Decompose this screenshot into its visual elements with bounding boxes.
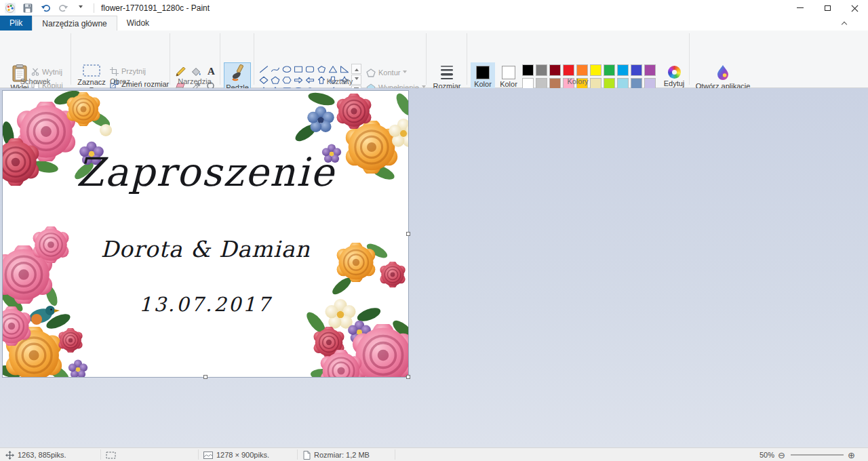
palette-swatch-0-2[interactable] [549,64,561,76]
file-size-indicator: Rozmiar: 1,2 MB [303,448,370,461]
fill-bucket-icon [191,66,201,77]
text-tool-button[interactable]: A [203,64,219,79]
canvas-resize-handle-bottom[interactable] [203,375,208,379]
paint3d-icon [716,64,730,81]
fill-tool-button[interactable] [188,64,203,79]
palette-swatch-0-1[interactable] [536,64,547,76]
canvas-size-indicator: 1278 × 900piks. [203,448,269,461]
triangle-up-icon [355,66,359,71]
minimize-button[interactable] [787,0,814,16]
undo-button[interactable] [39,2,52,14]
scissors-icon [31,68,39,76]
palette-swatch-0-4[interactable] [576,64,588,76]
tab-view-label: Widok [127,18,149,28]
tab-view[interactable]: Widok [117,16,159,31]
undo-icon [41,3,51,12]
maximize-icon [825,5,831,11]
shape-polygon-icon[interactable] [315,64,327,75]
close-button[interactable] [841,0,868,16]
tab-home[interactable]: Narzędzia główne [32,16,117,31]
outline-label: Kontur [378,68,400,77]
paint-app-icon [4,2,16,14]
cut-button[interactable]: Wytnij [31,66,62,78]
shape-rounded-rectangle-icon[interactable] [304,64,315,75]
pencil-icon [175,66,186,77]
palette-swatch-0-5[interactable] [590,64,601,76]
chevron-up-icon [842,21,847,26]
palette-swatch-0-7[interactable] [617,64,629,76]
tab-file[interactable]: Plik [0,16,32,31]
clipboard-group-label: Schowek [0,77,71,85]
zoom-slider-track[interactable] [791,454,844,456]
crop-label: Przytnij [121,67,146,75]
shape-line-icon[interactable] [258,64,269,75]
selection-icon [106,452,116,459]
tab-home-label: Narzędzia główne [42,19,106,28]
colors-group-label: Kolory [467,77,689,85]
collapse-ribbon-button[interactable] [841,20,848,26]
crop-button[interactable]: Przytnij [110,65,146,77]
palette-swatch-0-9[interactable] [644,64,656,76]
group-divider [220,33,220,85]
file-size-text: Rozmiar: 1,2 MB [314,451,370,459]
invitation-title: Zaproszenie [3,149,408,195]
image-group-label: Obraz [71,77,170,85]
text-tool-icon: A [208,66,215,77]
group-divider [689,33,690,85]
paint-app-window: flower-1770191_1280c - Paint Plik Narzęd… [0,0,868,461]
tab-file-label: Plik [9,18,22,28]
shapes-group-label: Kształty [254,77,426,85]
palette-swatch-0-6[interactable] [604,64,615,76]
save-button[interactable] [22,2,34,14]
ribbon-tabstrip: Plik Narzędzia główne Widok [0,16,868,31]
group-divider [426,33,427,85]
pencil-tool-button[interactable] [172,64,188,79]
line-size-icon [440,64,454,81]
palette-swatch-0-0[interactable] [522,64,534,76]
window-controls [787,0,868,16]
shape-curve-icon[interactable] [269,64,281,75]
invitation-names: Dorota & Damian [3,236,408,262]
zoom-out-button[interactable]: ⊖ [778,448,785,461]
titlebar: flower-1770191_1280c - Paint [0,0,868,16]
status-divider [297,449,298,460]
invitation-artwork [3,91,408,377]
minus-circle-icon: ⊖ [778,450,785,460]
brush-icon [229,64,245,82]
zoom-level: 50% [760,448,774,461]
redo-button[interactable] [57,2,69,14]
shape-rectangle-icon[interactable] [292,64,304,75]
tools-group-label: Narzędzia [170,77,220,85]
status-divider [198,449,199,460]
quick-access-toolbar [0,2,96,14]
canvas-resize-handle-corner[interactable] [406,375,410,379]
crop-icon [110,67,119,76]
window-title: flower-1770191_1280c - Paint [101,3,210,13]
zoom-in-button[interactable]: ⊕ [848,448,855,461]
status-divider [395,449,395,460]
palette-swatch-0-8[interactable] [631,64,642,76]
select-icon [83,64,100,77]
redo-icon [58,3,68,12]
invitation-date: 13.07.2017 [3,293,408,316]
cursor-position-text: 1263, 885piks. [18,451,66,459]
maximize-button[interactable] [814,0,841,16]
canvas-viewport: Zaproszenie Dorota & Damian 13.07.2017 [0,88,868,447]
toolbar-separator [94,3,94,13]
close-icon [851,5,858,12]
plus-circle-icon: ⊕ [848,450,855,460]
canvas-resize-handle-right[interactable] [406,232,410,236]
save-icon [23,3,33,13]
customize-toolbar-button[interactable] [75,2,87,14]
zoom-level-text: 50% [760,451,774,459]
shape-oval-icon[interactable] [281,64,292,75]
canvas-size-icon [203,452,213,459]
shape-right-triangle-icon[interactable] [338,64,350,75]
drawing-canvas[interactable]: Zaproszenie Dorota & Damian 13.07.2017 [3,91,408,377]
shapes-scroll-up-button[interactable] [351,64,361,74]
shape-triangle-icon[interactable] [327,64,338,75]
palette-swatch-0-3[interactable] [563,64,574,76]
minimize-icon [797,7,804,8]
statusbar: 1263, 885piks. 1278 × 900piks. Rozmiar: … [0,447,868,461]
outline-pentagon-icon [366,68,376,77]
